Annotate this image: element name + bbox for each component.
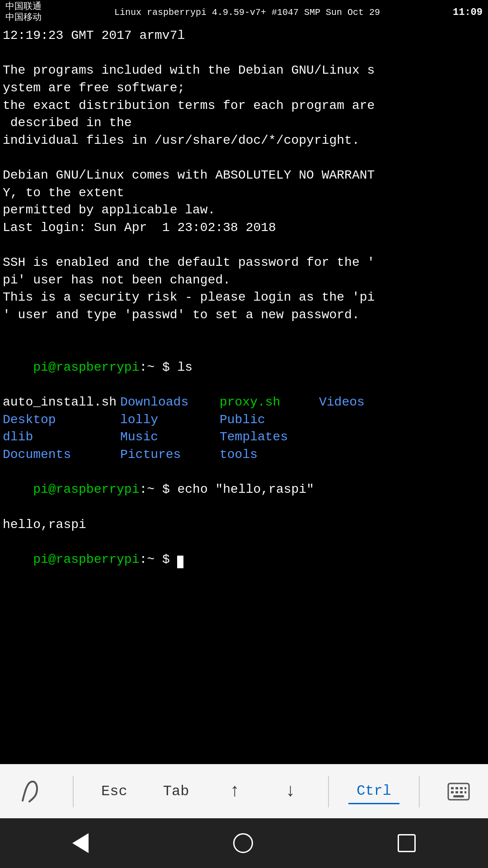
svg-rect-7	[460, 791, 463, 793]
svg-rect-2	[455, 787, 458, 789]
term-line-13	[3, 237, 485, 255]
prompt-path-3: :~ $	[139, 552, 177, 566]
ls-item-public: Public	[220, 411, 319, 429]
term-line-15: pi' user has not been changed.	[3, 272, 485, 289]
prompt-user-3: pi@raspberrypi	[33, 552, 139, 566]
term-line-12: Last login: Sun Apr 1 23:02:38 2018	[3, 219, 485, 237]
keyboard-icon	[447, 783, 470, 801]
term-line-14: SSH is enabled and the default password …	[3, 254, 485, 272]
svg-rect-3	[460, 787, 463, 789]
cmd-2: echo "hello,raspi"	[177, 482, 314, 496]
terminal-output: 12:19:23 GMT 2017 armv7l The programs in…	[0, 24, 488, 764]
ls-item-music: Music	[120, 429, 220, 446]
prompt-2: pi@raspberrypi:~ $ echo "hello,raspi"	[3, 464, 485, 516]
ls-item-tools: tools	[220, 446, 319, 464]
divider-3	[419, 776, 420, 807]
prompt-1: pi@raspberrypi:~ $ ls	[3, 341, 485, 394]
term-line-16: This is a security risk - please login a…	[3, 289, 485, 307]
term-line-2	[3, 45, 485, 62]
term-line-7: individual files in /usr/share/doc/*/cop…	[3, 132, 485, 150]
prompt-path-1: :~ $	[139, 360, 177, 374]
prompt-user-2: pi@raspberrypi	[33, 482, 139, 496]
carrier2: 中国移动	[5, 12, 42, 23]
home-button[interactable]	[233, 833, 253, 853]
prompt-user-1: pi@raspberrypi	[33, 360, 139, 374]
term-line-4: ystem are free software;	[3, 80, 485, 97]
term-line-10: Y, to the extent	[3, 184, 485, 202]
term-line-11: permitted by applicable law.	[3, 202, 485, 219]
ls-item-dlib: dlib	[3, 429, 120, 446]
cursor-blink	[177, 556, 183, 568]
system-title: Linux raspberrypi 4.9.59-v7+ #1047 SMP S…	[42, 7, 453, 18]
ls-item-lolly: lolly	[120, 411, 220, 429]
tab-button[interactable]: Tab	[155, 779, 197, 803]
term-line-5: the exact distribution terms for each pr…	[3, 97, 485, 115]
term-line-17: ' user and type 'passwd' to set a new pa…	[3, 307, 485, 324]
svg-rect-6	[455, 791, 458, 793]
divider-1	[73, 776, 74, 807]
status-bar: 中国联通 中国移动 Linux raspberrypi 4.9.59-v7+ #…	[0, 0, 488, 24]
ls-item-proxy: proxy.sh	[220, 394, 319, 411]
time-display: 11:09	[453, 7, 483, 18]
swipe-button[interactable]	[10, 774, 53, 809]
input-toolbar: Esc Tab ↑ ↓ Ctrl	[0, 764, 488, 818]
ls-item-desktop: Desktop	[3, 411, 120, 429]
navigation-bar	[0, 818, 488, 868]
up-arrow-button[interactable]: ↑	[217, 778, 253, 805]
prompt-path-2: :~ $	[139, 482, 177, 496]
recents-button[interactable]	[398, 834, 416, 852]
back-button[interactable]	[72, 833, 89, 853]
swipe-icon	[18, 778, 45, 805]
svg-rect-8	[465, 791, 466, 793]
back-icon	[72, 833, 89, 853]
term-line-3: The programs included with the Debian GN…	[3, 62, 485, 80]
svg-rect-1	[451, 787, 454, 789]
ls-item-auto-install: auto_install.sh	[3, 394, 120, 411]
cmd-1: ls	[177, 360, 192, 374]
ls-item-videos: Videos	[319, 394, 391, 411]
ls-item-documents: Documents	[3, 446, 120, 464]
down-arrow-button[interactable]: ↓	[272, 778, 309, 805]
svg-rect-9	[453, 795, 464, 797]
svg-rect-5	[451, 791, 454, 793]
home-icon	[233, 833, 253, 853]
recents-icon	[398, 834, 416, 852]
ls-item-empty1	[319, 411, 391, 429]
ls-item-templates: Templates	[220, 429, 319, 446]
ls-item-empty2	[319, 429, 391, 446]
ls-item-pictures: Pictures	[120, 446, 220, 464]
prompt-3: pi@raspberrypi:~ $	[3, 533, 485, 586]
echo-output: hello,raspi	[3, 516, 485, 534]
ls-item-empty3	[319, 446, 391, 464]
ctrl-button[interactable]: Ctrl	[348, 779, 399, 804]
term-line-9: Debian GNU/Linux comes with ABSOLUTELY N…	[3, 167, 485, 184]
divider-2	[328, 776, 329, 807]
keyboard-button[interactable]	[439, 779, 478, 804]
ls-output: auto_install.sh Downloads proxy.sh Video…	[3, 394, 485, 464]
term-line-1: 12:19:23 GMT 2017 armv7l	[3, 27, 485, 45]
esc-button[interactable]: Esc	[93, 779, 136, 803]
carrier-info: 中国联通 中国移动	[5, 1, 42, 23]
carrier1: 中国联通	[5, 1, 42, 12]
term-line-6: described in the	[3, 114, 485, 132]
term-line-8	[3, 149, 485, 167]
svg-rect-4	[465, 787, 466, 789]
term-line-18	[3, 324, 485, 342]
ls-item-downloads: Downloads	[120, 394, 220, 411]
